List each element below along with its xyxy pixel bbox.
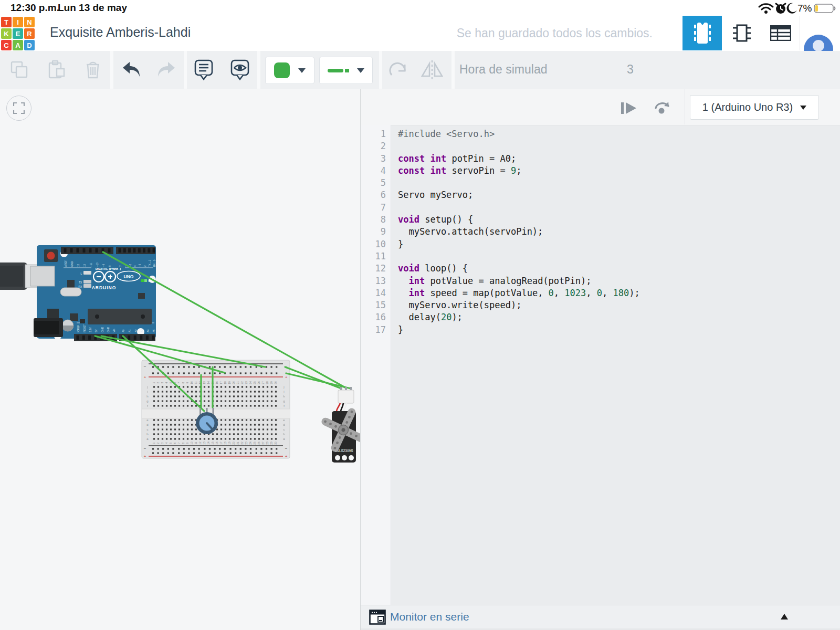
restart-simulation-icon[interactable] [654, 100, 671, 117]
code-line[interactable]: #include <Servo.h> [398, 128, 839, 140]
svg-text:20: 20 [232, 442, 235, 445]
svg-text:26: 26 [257, 442, 260, 445]
code-line[interactable] [398, 140, 839, 152]
components-view-button[interactable] [682, 16, 722, 50]
save-status: Se han guardado todos los cambios. [457, 26, 653, 40]
rotate-button[interactable] [386, 58, 410, 81]
code-line[interactable]: myServo.write(speed); [398, 299, 839, 311]
svg-text:GND: GND [71, 261, 74, 267]
svg-text:3: 3 [161, 382, 164, 383]
table-list-icon [770, 25, 791, 41]
svg-text:27: 27 [261, 381, 265, 384]
svg-text:GND: GND [107, 327, 110, 332]
wire-plus-rail-to-servo[interactable] [286, 373, 351, 388]
serial-monitor-icon [369, 610, 386, 625]
svg-text:+: + [144, 454, 146, 459]
code-line[interactable]: void loop() { [398, 262, 839, 275]
code-line[interactable]: const int potPin = A0; [398, 153, 839, 165]
code-line[interactable]: void setup() { [398, 214, 839, 226]
serial-monitor-bar[interactable]: Monitor en serie [361, 605, 840, 629]
logo-tile: R [24, 28, 35, 39]
code-line[interactable]: delay(20); [398, 311, 839, 323]
reset-button[interactable] [47, 252, 55, 260]
svg-text:g: g [146, 400, 148, 403]
svg-text:A2: A2 [135, 329, 138, 332]
svg-text:28: 28 [266, 442, 269, 445]
svg-text:−: − [144, 446, 146, 451]
svg-text:28: 28 [266, 381, 269, 384]
circuit-canvas[interactable]: AREFGND1312~11~10~987~6~54~32TX→1RX←0IOR… [0, 89, 360, 630]
svg-text:18: 18 [224, 381, 227, 384]
code-line-numbers: 1234567891011121314151617 [361, 125, 391, 605]
svg-text:1: 1 [152, 382, 155, 383]
toolbar-separator [257, 51, 260, 89]
component-list-view-button[interactable] [768, 16, 794, 50]
svg-text:c: c [147, 428, 149, 431]
code-line[interactable]: } [398, 324, 839, 336]
serial-monitor-label: Monitor en serie [390, 611, 469, 623]
code-line[interactable] [398, 202, 839, 214]
svg-text:RESET: RESET [83, 324, 86, 332]
servo-motor[interactable]: SM-S2309S [312, 387, 360, 463]
toolbar-separator [452, 51, 455, 89]
code-line[interactable] [398, 250, 839, 262]
code-line[interactable]: int speed = map(potValue, 0, 1023, 0, 18… [398, 287, 839, 299]
copy-button[interactable] [8, 58, 31, 81]
panel-header-divider [685, 89, 685, 124]
svg-text:5V: 5V [95, 329, 98, 332]
code-line[interactable]: } [398, 238, 839, 250]
design-title[interactable]: Exquisite Amberis-Lahdi [50, 25, 191, 40]
arduino-uno[interactable]: AREFGND1312~11~10~987~6~54~32TX→1RX←0IOR… [25, 245, 156, 341]
toolbar-separator [184, 51, 187, 89]
board-selector-dropdown[interactable]: 1 (Arduino Uno R3) [690, 95, 819, 120]
svg-text:16: 16 [215, 442, 218, 445]
expand-up-icon[interactable] [780, 613, 789, 620]
paste-button[interactable] [45, 58, 68, 81]
svg-text:8: 8 [182, 442, 185, 444]
svg-text:7: 7 [177, 382, 181, 383]
tinkercad-logo[interactable]: TINKERCAD [1, 17, 35, 50]
svg-text:11: 11 [194, 381, 197, 384]
code-line[interactable] [398, 177, 839, 189]
usb-cable[interactable] [0, 262, 27, 290]
svg-text:30: 30 [274, 442, 277, 445]
svg-text:A3: A3 [141, 329, 143, 332]
svg-text:16: 16 [215, 381, 218, 384]
undo-button[interactable] [120, 58, 143, 81]
component-visibility-button[interactable] [229, 58, 253, 81]
code-panel-header: 1 (Arduino Uno R3) [361, 89, 840, 125]
svg-text:12: 12 [83, 264, 86, 267]
ic-chip-icon [733, 24, 751, 43]
notes-button[interactable] [193, 58, 216, 81]
svg-text:21: 21 [236, 442, 239, 445]
svg-text:19: 19 [228, 381, 231, 384]
color-swatch [274, 62, 290, 78]
code-line[interactable]: Servo myServo; [398, 189, 839, 201]
redo-button[interactable] [155, 58, 178, 81]
wifi-icon [758, 2, 774, 15]
code-line[interactable]: myServo.attach(servoPin); [398, 226, 839, 238]
svg-text:+: + [144, 375, 146, 380]
svg-text:−: − [144, 364, 146, 369]
step-debug-icon[interactable] [621, 102, 637, 114]
svg-text:22: 22 [240, 381, 244, 384]
delete-button[interactable] [81, 58, 104, 81]
svg-text:~10: ~10 [96, 262, 99, 267]
wire-style-dropdown[interactable] [319, 57, 373, 84]
wire-color-dropdown[interactable] [265, 57, 314, 84]
svg-text:13: 13 [203, 381, 206, 384]
svg-text:15: 15 [211, 442, 214, 445]
logo-tile: A [13, 40, 23, 50]
code-line[interactable]: const int servoPin = 9; [398, 165, 839, 177]
logo-tile: I [13, 17, 23, 27]
svg-text:d: d [283, 423, 285, 426]
code-line[interactable]: int potValue = analogRead(potPin); [398, 275, 839, 287]
code-editor[interactable]: #include <Servo.h> const int potPin = A0… [398, 125, 839, 608]
svg-text:A5: A5 [153, 329, 155, 332]
svg-text:−: − [285, 446, 288, 451]
svg-text:24: 24 [249, 381, 252, 384]
svg-text:GND: GND [101, 327, 104, 332]
schematic-view-button[interactable] [730, 16, 754, 50]
mirror-button[interactable] [420, 58, 443, 81]
svg-text:h: h [283, 395, 285, 398]
